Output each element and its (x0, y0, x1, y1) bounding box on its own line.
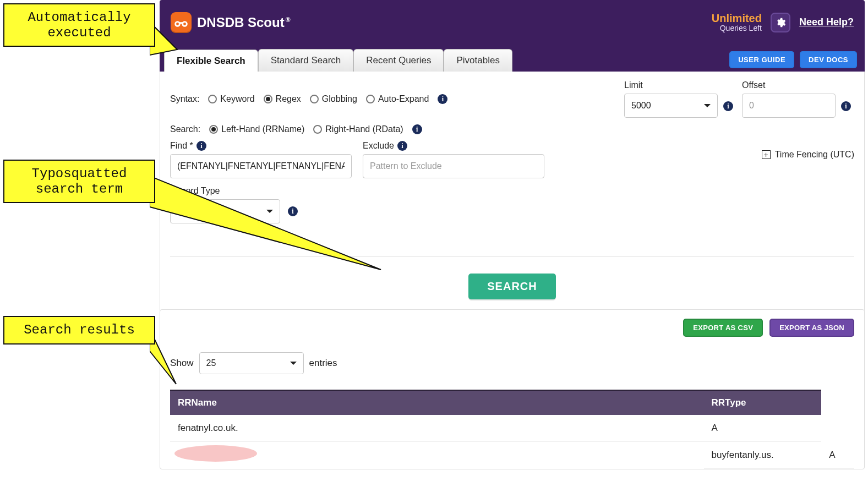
svg-rect-2 (179, 22, 183, 24)
limit-select[interactable]: 5000 (624, 94, 718, 118)
search-lefthand-radio[interactable]: Left-Hand (RRName) (209, 124, 304, 134)
export-csv-button[interactable]: EXPORT AS CSV (683, 319, 763, 337)
search-button[interactable]: SEARCH (468, 274, 555, 299)
syntax-info-icon[interactable]: i (438, 94, 447, 104)
record-type-select[interactable]: A (170, 199, 280, 223)
col-rrname[interactable]: RRName (170, 390, 704, 415)
annotation-callout: Typosquatted search term (3, 160, 155, 203)
limit-label: Limit (624, 80, 718, 90)
chevron-down-icon (704, 104, 711, 111)
app-logo (171, 12, 192, 33)
page-size-select[interactable]: 25 (199, 352, 304, 374)
find-label: Find * (170, 141, 193, 151)
table-row[interactable]: buyfentanly.us. A (170, 442, 854, 469)
tab-bar: Flexible Search Standard Search Recent Q… (160, 45, 865, 72)
expand-icon: + (762, 150, 771, 159)
exclude-label: Exclude (363, 141, 394, 151)
svg-point-4 (183, 23, 186, 25)
quota-value: Unlimited (712, 12, 762, 24)
tab-recent-queries[interactable]: Recent Queries (353, 49, 444, 72)
limit-info-icon[interactable]: i (723, 101, 733, 111)
syntax-regex-radio[interactable]: Regex (264, 94, 301, 104)
search-side-info-icon[interactable]: i (412, 124, 422, 134)
app-header: DNSDB Scout® Unlimited Queries Left Need… (160, 0, 865, 45)
results-table: RRName RRType fenatnyl.co.uk. A buyfenta… (170, 390, 854, 469)
dev-docs-button[interactable]: DEV DOCS (800, 51, 857, 68)
cell-rrname: buyfentanly.us. (704, 442, 822, 469)
record-type-info-icon[interactable]: i (288, 206, 298, 216)
tab-flexible-search[interactable]: Flexible Search (164, 50, 258, 72)
search-righthand-radio[interactable]: Right-Hand (RData) (313, 124, 403, 134)
binoculars-icon (174, 18, 188, 28)
table-row[interactable]: fenatnyl.co.uk. A (170, 415, 854, 442)
tab-standard-search[interactable]: Standard Search (258, 49, 354, 72)
results-panel: EXPORT AS CSV EXPORT AS JSON Show 25 ent… (160, 309, 865, 469)
user-guide-button[interactable]: USER GUIDE (729, 51, 794, 68)
exclude-input[interactable] (363, 154, 544, 178)
export-json-button[interactable]: EXPORT AS JSON (769, 319, 854, 337)
chevron-down-icon (290, 362, 297, 368)
annotation-callout: Automatically executed (3, 3, 155, 47)
settings-button[interactable] (771, 13, 790, 32)
chevron-down-icon (266, 210, 273, 216)
gear-icon (775, 17, 786, 28)
divider (170, 256, 854, 257)
annotation-callout: Search results (3, 316, 155, 345)
offset-info-icon[interactable]: i (841, 101, 851, 111)
time-fencing-toggle[interactable]: + Time Fencing (UTC) (762, 150, 854, 160)
cell-rrname: fenatnyl.co.uk. (170, 415, 704, 442)
quota-display: Unlimited Queries Left (712, 12, 762, 32)
search-side-label: Search: (170, 124, 200, 134)
cell-rrtype: A (704, 415, 822, 442)
svg-point-3 (176, 23, 179, 25)
find-input[interactable] (170, 154, 352, 178)
show-label-prefix: Show (170, 358, 194, 369)
syntax-autoexpand-radio[interactable]: Auto-Expand (366, 94, 429, 104)
syntax-keyword-radio[interactable]: Keyword (208, 94, 254, 104)
find-info-icon[interactable]: i (196, 141, 206, 151)
app-title: DNSDB Scout® (197, 15, 291, 30)
help-link[interactable]: Need Help? (799, 17, 854, 28)
offset-label: Offset (742, 80, 836, 90)
quota-caption: Queries Left (712, 24, 762, 32)
col-rrtype[interactable]: RRType (704, 390, 822, 415)
offset-input[interactable] (742, 94, 836, 118)
record-type-label: Record Type (170, 186, 854, 196)
syntax-globbing-radio[interactable]: Globbing (310, 94, 357, 104)
exclude-info-icon[interactable]: i (397, 141, 407, 151)
cell-rrtype: A (821, 442, 854, 469)
syntax-label: Syntax: (170, 94, 199, 104)
show-label-suffix: entries (309, 358, 337, 369)
tab-pivotables[interactable]: Pivotables (444, 49, 512, 72)
